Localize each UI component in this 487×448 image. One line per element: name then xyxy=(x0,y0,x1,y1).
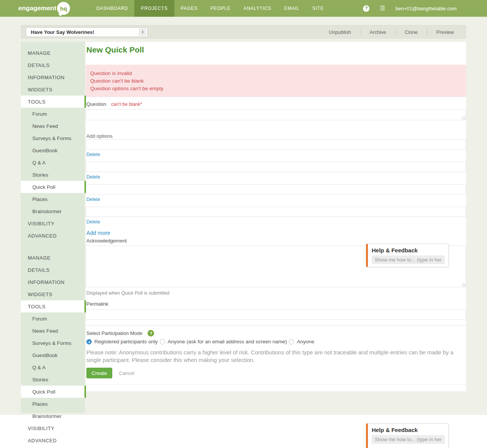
sidebar-item[interactable]: Quick Poll xyxy=(21,386,84,398)
sidebar-item[interactable]: INFORMATION xyxy=(21,71,84,83)
sidebar-item[interactable]: TOOLS xyxy=(21,96,84,108)
sidebar-nav-repeat: MANAGE DETAILS INFORMATION WIDGETS TOOLS… xyxy=(21,252,84,446)
cancel-link[interactable]: Cancel xyxy=(119,370,134,376)
nav-item[interactable]: ANALYTICS xyxy=(237,0,278,17)
sidebar-item[interactable]: DETAILS xyxy=(21,59,84,71)
nav-item[interactable]: DASHBOARD xyxy=(90,0,134,17)
sidebar-item-label: Stories xyxy=(32,377,48,383)
nav-item[interactable]: SITE xyxy=(306,0,330,17)
sidebar-item-label: News Feed xyxy=(32,123,58,129)
project-toolbar: Have Your Say Wolverines! Unpublish Arch… xyxy=(21,25,466,39)
permalink-input[interactable] xyxy=(86,309,466,320)
sidebar-item-label: Forum xyxy=(32,316,47,322)
poll-option-input[interactable] xyxy=(86,184,466,195)
sidebar-item[interactable]: Forum xyxy=(21,108,84,120)
sidebar-item[interactable]: Q & A xyxy=(21,361,84,373)
project-select[interactable]: Have Your Say Wolverines! xyxy=(26,27,148,37)
poll-option-input[interactable] xyxy=(86,207,466,217)
sidebar-item[interactable]: VISIBILITY xyxy=(21,422,84,434)
sidebar-item[interactable]: WIDGETS xyxy=(21,288,84,300)
toolbar-action[interactable]: Clone xyxy=(395,29,427,36)
sidebar-item-label: VISIBILITY xyxy=(28,426,54,431)
radio-icon[interactable] xyxy=(86,339,92,344)
acknowledgement-label: Acknowledgement xyxy=(86,238,127,244)
question-label: Question xyxy=(86,101,106,107)
sidebar-item[interactable]: Stories xyxy=(21,373,84,386)
nav-right: ? ☰ ben+01@bangthetable.com xyxy=(363,5,457,12)
sidebar-item[interactable]: Surveys & Forms xyxy=(21,337,84,349)
sidebar-item[interactable]: ADVANCED xyxy=(21,230,84,242)
sidebar-item-label: Quick Poll xyxy=(32,389,56,395)
help-feedback-input[interactable] xyxy=(372,435,445,444)
sidebar-item-label: GuestBook xyxy=(32,352,57,358)
question-textarea[interactable] xyxy=(86,109,466,120)
sidebar-item[interactable]: WIDGETS xyxy=(21,83,84,96)
help-icon[interactable]: ? xyxy=(363,5,369,12)
sidebar-item[interactable]: Stories xyxy=(21,169,84,181)
sidebar-item[interactable]: Places xyxy=(21,398,84,410)
delete-option-link[interactable]: Delete xyxy=(86,197,100,202)
sidebar-item[interactable]: INFORMATION xyxy=(21,276,84,288)
sidebar-item[interactable]: Brainstormer xyxy=(21,205,84,217)
nav-item[interactable]: PAGES xyxy=(174,0,204,17)
sidebar-item[interactable]: GuestBook xyxy=(21,144,84,156)
radio-label: Anyone xyxy=(297,339,314,344)
participation-radio-option[interactable]: Registered participants only xyxy=(86,339,158,344)
add-options-label: Add options xyxy=(86,133,113,139)
sidebar-item[interactable]: MANAGE xyxy=(21,47,84,59)
sidebar-item[interactable]: Forum xyxy=(21,312,84,325)
participation-mode-row: Select Participation Mode ? xyxy=(86,330,154,336)
user-email[interactable]: ben+01@bangthetable.com xyxy=(396,6,457,11)
sidebar-item[interactable]: News Feed xyxy=(21,120,84,132)
sidebar-item[interactable]: Brainstormer xyxy=(21,410,84,422)
sidebar-item-label: Brainstormer xyxy=(32,413,62,419)
sidebar-item[interactable]: MANAGE xyxy=(21,252,84,264)
sidebar-item[interactable]: ADVANCED xyxy=(21,434,84,446)
sidebar-item[interactable]: GuestBook xyxy=(21,349,84,361)
sidebar-item[interactable]: Quick Poll xyxy=(21,181,84,193)
delete-option-link[interactable]: Delete xyxy=(86,219,100,225)
page-title: New Quick Poll xyxy=(86,45,144,54)
participation-radio-option[interactable]: Anyone xyxy=(289,339,314,344)
help-feedback-input[interactable] xyxy=(372,255,445,264)
sidebar-item-label: MANAGE xyxy=(28,50,51,56)
toolbar-action[interactable]: Unpublish xyxy=(320,29,360,36)
poll-option-input[interactable] xyxy=(86,139,466,150)
toolbar-actions: Unpublish Archive Clone Preview xyxy=(320,29,463,36)
sidebar-item-label: ADVANCED xyxy=(28,438,57,443)
toolbar-action[interactable]: Archive xyxy=(360,29,395,36)
sidebar-item[interactable]: DETAILS xyxy=(21,264,84,276)
main-content: New Quick Poll Question is invalid Quest… xyxy=(86,42,466,391)
sidebar-item[interactable]: VISIBILITY xyxy=(21,217,84,230)
list-icon[interactable]: ☰ xyxy=(380,5,385,11)
toolbar-action[interactable]: Preview xyxy=(427,29,463,36)
page: engagement hq DASHBOARD PROJECTS PAGES P… xyxy=(0,0,487,448)
sidebar-item-label: Places xyxy=(32,401,48,407)
question-label-row: Questioncan't be blank* xyxy=(86,101,142,107)
project-select-value: Have Your Say Wolverines! xyxy=(31,29,94,35)
sidebar-item[interactable]: Q & A xyxy=(21,156,84,169)
poll-option-row: Delete xyxy=(86,139,466,162)
sidebar-item[interactable]: Surveys & Forms xyxy=(21,132,84,144)
poll-option-input[interactable] xyxy=(86,162,466,172)
create-button[interactable]: Create xyxy=(86,368,112,378)
sidebar-item[interactable]: News Feed xyxy=(21,325,84,337)
sidebar-item-label: DETAILS xyxy=(28,267,49,273)
help-question-icon[interactable]: ? xyxy=(148,330,154,336)
validation-error-panel: Question is invalid Question can't be bl… xyxy=(86,65,466,97)
sidebar-item-label: ADVANCED xyxy=(28,233,57,239)
sidebar-item-label: WIDGETS xyxy=(28,292,53,297)
add-more-link[interactable]: Add more xyxy=(86,230,110,236)
sidebar-item[interactable]: TOOLS xyxy=(21,300,84,312)
nav-item[interactable]: PEOPLE xyxy=(204,0,237,17)
participation-radio-option[interactable]: Anyone (ask for an email address and scr… xyxy=(160,339,287,344)
nav-item[interactable]: EMAIL xyxy=(278,0,306,17)
radio-icon[interactable] xyxy=(160,339,165,344)
brand-logo[interactable]: engagement hq xyxy=(18,2,70,15)
sidebar-item-label: Brainstormer xyxy=(32,209,62,214)
nav-item[interactable]: PROJECTS xyxy=(134,0,174,17)
sidebar-item[interactable]: Places xyxy=(21,193,84,205)
delete-option-link[interactable]: Delete xyxy=(86,174,100,180)
delete-option-link[interactable]: Delete xyxy=(86,152,100,157)
radio-icon[interactable] xyxy=(289,339,294,344)
